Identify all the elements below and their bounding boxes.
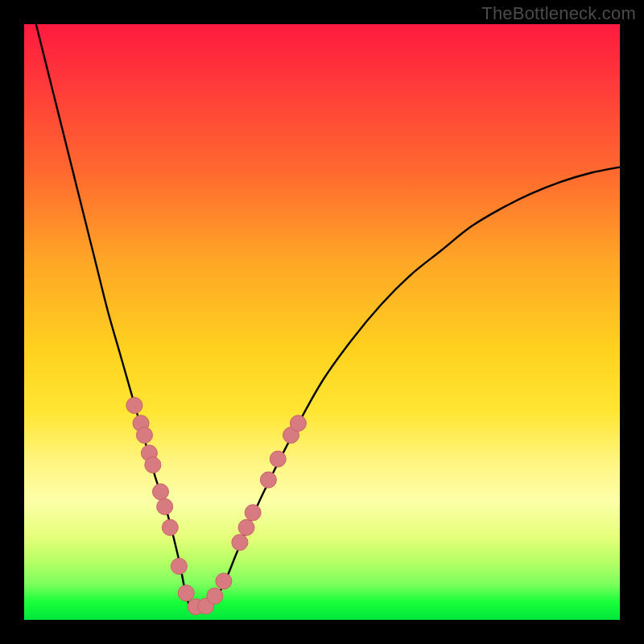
curve-marker [157, 498, 173, 514]
curve-marker [245, 505, 261, 521]
curve-marker [171, 558, 187, 574]
curve-marker [232, 535, 248, 551]
watermark-text: TheBottleneck.com [481, 3, 636, 24]
curve-marker [260, 472, 276, 488]
curve-marker [270, 451, 286, 467]
curve-marker [145, 457, 161, 473]
plot-area [24, 24, 620, 620]
curve-marker [238, 519, 254, 535]
curve-marker [136, 427, 152, 444]
curve-marker [162, 519, 178, 535]
curve-marker [207, 588, 223, 604]
curve-marker [152, 484, 168, 500]
chart-svg [24, 24, 620, 620]
curve-marker [126, 398, 142, 414]
bottleneck-curve [36, 24, 620, 610]
curve-marker [216, 573, 232, 589]
chart-frame: TheBottleneck.com [0, 0, 644, 644]
curve-marker [178, 585, 194, 601]
curve-marker [290, 415, 306, 431]
curve-markers [126, 398, 307, 615]
